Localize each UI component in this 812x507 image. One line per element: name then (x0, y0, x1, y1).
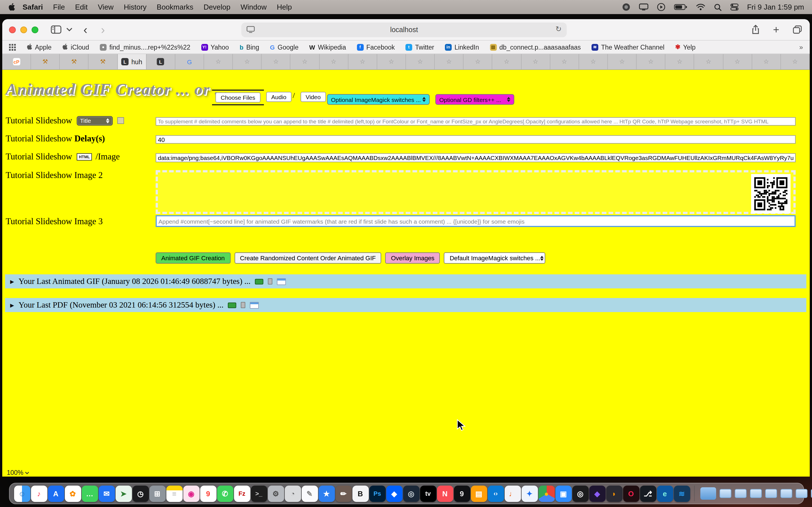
dock-facetime-icon[interactable]: ✆ (217, 485, 233, 502)
chevron-down-icon[interactable] (66, 27, 72, 32)
gif-preview-icon[interactable] (255, 279, 264, 284)
tab-4[interactable]: ⚒ (89, 54, 117, 69)
tab-28[interactable]: ☆ (781, 54, 810, 69)
dock-pages-icon[interactable]: ▤ (470, 485, 487, 502)
dock-zoom-icon[interactable]: ▣ (555, 485, 571, 502)
tab-15[interactable]: ☆ (406, 54, 435, 69)
tab-7[interactable]: G (175, 54, 204, 69)
dock-dropbox-icon[interactable]: ◆ (386, 485, 402, 502)
forward-icon[interactable]: › (101, 24, 105, 36)
video-button[interactable]: Video (301, 92, 326, 102)
fullscreen-button[interactable] (32, 26, 38, 33)
spotlight-icon[interactable] (714, 3, 722, 11)
favorite-yelp[interactable]: ✾Yelp (675, 43, 696, 51)
dock-safari-icon[interactable]: ✦ (521, 485, 538, 502)
dock-obsidian-icon[interactable]: ◆ (589, 485, 605, 502)
favorites-grid-icon[interactable] (9, 44, 16, 50)
tab-6[interactable]: L (146, 54, 175, 69)
tabs-overview-icon[interactable] (793, 25, 802, 34)
minimized-window[interactable] (750, 489, 762, 498)
menu-item-help[interactable]: Help (277, 3, 292, 11)
delay-input[interactable] (156, 135, 796, 144)
clipboard-icon[interactable] (268, 278, 273, 284)
default-imagemagick-select[interactable]: Default ImageMagick switches ... (444, 252, 546, 264)
tab-10[interactable]: ☆ (262, 54, 291, 69)
tab-26[interactable]: ☆ (723, 54, 752, 69)
favorite-twitter[interactable]: tTwitter (405, 44, 434, 50)
dock-iterm-icon[interactable]: 9 (454, 485, 470, 502)
animated-gif-creation-button[interactable]: Animated GIF Creation (156, 252, 231, 264)
randomized-gif-button[interactable]: Create Randomized Content Order Animated… (234, 252, 382, 264)
overlay-images-button[interactable]: Overlay Images (386, 252, 440, 264)
dock-chrome-icon[interactable]: ● (538, 485, 555, 502)
minimized-window[interactable] (735, 489, 747, 498)
dock-firefox-icon[interactable]: ◗ (606, 485, 622, 502)
tab-20[interactable]: ☆ (550, 54, 579, 69)
dock-bbedit-icon[interactable]: B (352, 485, 368, 502)
favorite-wikipedia[interactable]: WWikipedia (309, 44, 346, 50)
favorites-overflow-chevron[interactable]: » (799, 43, 803, 51)
zoom-indicator[interactable]: 100% (7, 469, 30, 476)
dock-opera-icon[interactable]: O (623, 485, 639, 502)
tab-17[interactable]: ☆ (464, 54, 493, 69)
battery-icon[interactable] (674, 4, 688, 10)
address-bar[interactable]: localhost ↻ (241, 22, 567, 37)
favorite-apple[interactable]: Apple (27, 43, 52, 51)
dock-mail-icon[interactable]: ✉ (98, 485, 115, 502)
dock-finder-icon[interactable]: ☺ (14, 485, 30, 502)
favorite-find-minus-rep-22s-22[interactable]: ●find_minus....rep+%22s%22 (100, 44, 190, 50)
title-select[interactable]: Title (77, 116, 113, 125)
tab-22[interactable]: ☆ (608, 54, 637, 69)
dock-system-settings-icon[interactable]: ⚙ (267, 485, 284, 502)
tab-12[interactable]: ☆ (319, 54, 348, 69)
last-animated-gif-bar[interactable]: ▶ Your Last Animated GIF (January 08 202… (5, 274, 806, 288)
favorite-icloud[interactable]: iCloud (62, 43, 89, 51)
menu-item-edit[interactable]: Edit (75, 3, 88, 11)
disclosure-triangle-icon[interactable]: ▶ (10, 302, 14, 308)
dock-garageband-icon[interactable]: ♩ (504, 485, 521, 502)
page-appearance-icon[interactable] (246, 26, 255, 35)
menubar-clock[interactable]: Fri 9 Jan 1:59 pm (747, 3, 804, 11)
menu-item-history[interactable]: History (124, 3, 147, 11)
color-swatch-button[interactable] (117, 117, 124, 124)
dock-disk-utility-icon[interactable]: ◔ (285, 485, 301, 502)
dock-photos-icon[interactable]: ✿ (64, 485, 81, 502)
dock-notes-icon[interactable]: ≡ (166, 485, 183, 502)
favorite-facebook[interactable]: fFacebook (357, 44, 395, 50)
dock-gimp-icon[interactable]: ✏ (335, 485, 352, 502)
dock-github-icon[interactable]: ⎇ (640, 485, 656, 502)
tab-huh[interactable]: Lhuh (117, 54, 146, 69)
tab-25[interactable]: ☆ (695, 54, 723, 69)
minimized-window[interactable] (719, 489, 731, 498)
favorite-google[interactable]: GGoogle (270, 44, 298, 50)
dock-downloads-folder[interactable] (700, 487, 716, 500)
dock-music-icon[interactable]: ♪ (31, 485, 47, 502)
favorite-bing[interactable]: bBing (240, 44, 259, 50)
last-pdf-bar[interactable]: ▶ Your Last PDF (November 03 2021 06:14:… (5, 298, 806, 312)
sheet-icon[interactable] (277, 278, 286, 285)
menu-item-bookmarks[interactable]: Bookmarks (157, 3, 193, 11)
dock-messages-icon[interactable]: … (82, 485, 98, 502)
disclosure-triangle-icon[interactable]: ▶ (10, 279, 14, 284)
pdf-preview-icon[interactable] (228, 302, 237, 308)
new-tab-icon[interactable]: + (773, 23, 779, 36)
dock-maps-icon[interactable]: ➤ (115, 485, 132, 502)
dock-anki-icon[interactable]: ★ (318, 485, 335, 502)
dock-launchpad-icon[interactable]: ⊞ (149, 485, 165, 502)
share-icon[interactable] (752, 25, 760, 34)
tab-21[interactable]: ☆ (579, 54, 608, 69)
tab-13[interactable]: ☆ (348, 54, 377, 69)
favorite-yahoo[interactable]: Y!Yahoo (201, 44, 229, 50)
audio-button[interactable]: Audio (266, 92, 292, 102)
dock-obs-icon[interactable]: ◎ (572, 485, 589, 502)
tab-11[interactable]: ☆ (291, 54, 319, 69)
title-config-input[interactable] (156, 117, 796, 126)
minimized-window[interactable] (780, 489, 792, 498)
close-button[interactable] (9, 26, 16, 33)
image-data-uri-input[interactable] (156, 153, 796, 162)
sidebar-icon[interactable] (51, 25, 61, 34)
tab-19[interactable]: ☆ (521, 54, 550, 69)
menu-item-window[interactable]: Window (241, 3, 267, 11)
watermark-comment-input[interactable] (156, 215, 796, 227)
minimize-button[interactable] (20, 26, 27, 33)
